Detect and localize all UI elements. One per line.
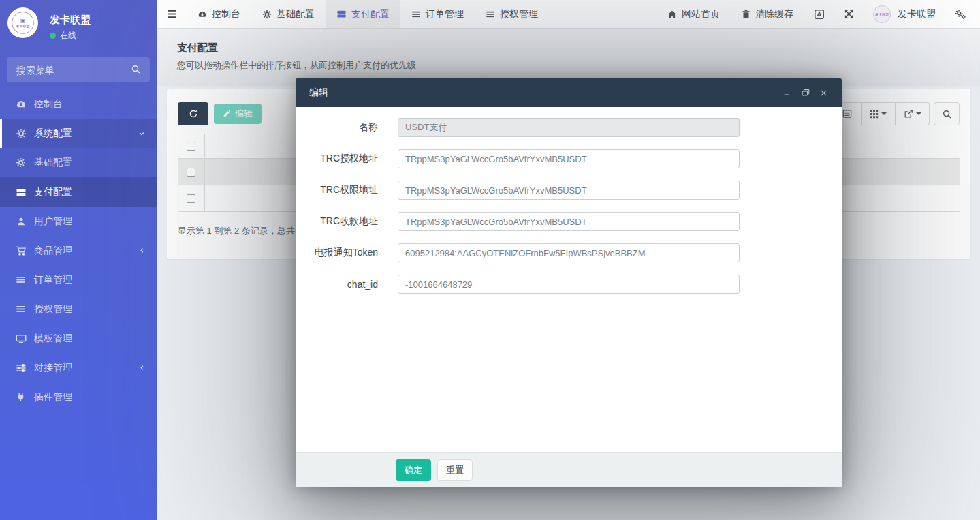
- dialog-header[interactable]: 编辑: [296, 78, 842, 107]
- nav-tab-orders[interactable]: 订单管理: [400, 0, 475, 28]
- gears-icon: [955, 9, 966, 20]
- search-icon: [942, 109, 952, 119]
- sidebar-item-integrations[interactable]: 对接管理: [0, 353, 157, 382]
- sidebar-item-templates[interactable]: 模板管理: [0, 324, 157, 353]
- cart-icon: [15, 245, 27, 256]
- nav-tab-label: 支付配置: [351, 8, 390, 20]
- nav-language-button[interactable]: [804, 0, 834, 28]
- form-row-trc-receive-address: TRC收款地址: [296, 212, 842, 231]
- trc-permission-address-field[interactable]: [398, 181, 740, 200]
- export-dropdown-button[interactable]: [896, 102, 930, 125]
- minimize-icon[interactable]: [783, 88, 792, 97]
- refresh-icon: [189, 109, 198, 119]
- card-icon: [15, 187, 27, 198]
- hamburger-menu-icon[interactable]: [157, 0, 187, 28]
- name-field: [398, 118, 740, 137]
- sidebar-search: [7, 57, 150, 82]
- sidebar-item-label: 支付配置: [34, 186, 72, 198]
- form-row-name: 名称: [296, 118, 842, 137]
- chat-id-field[interactable]: [398, 275, 740, 294]
- menu-search-input[interactable]: [7, 57, 150, 82]
- list-icon: [15, 275, 27, 285]
- dialog-title: 编辑: [309, 87, 328, 99]
- edit-dialog: 编辑 名称 TRC授权地址 TRC权限地址 TRC收款地址 电报通知Token: [296, 78, 842, 487]
- logo-text: 发卡联盟: [16, 24, 30, 28]
- sidebar-item-label: 插件管理: [34, 391, 72, 403]
- dialog-footer: 确定 重置: [296, 452, 842, 487]
- sidebar-item-orders[interactable]: 订单管理: [0, 265, 157, 294]
- chevron-down-icon: [138, 129, 146, 138]
- form-row-trc-permission-address: TRC权限地址: [296, 181, 842, 200]
- select-all-checkbox[interactable]: [187, 142, 195, 151]
- page-subtitle: 您可以拖动操作栏中的排序按钮，从而控制用户支付的优先级: [177, 59, 960, 72]
- brand-header: ▣ 发卡联盟 发卡联盟 在线: [0, 0, 157, 49]
- edit-button-label: 编辑: [235, 108, 253, 120]
- close-icon[interactable]: [819, 89, 828, 97]
- sidebar-menu: 控制台 系统配置 基础配置 支付配置 用户管理 商品管理 订单管理: [0, 89, 157, 412]
- sidebar-item-plugins[interactable]: 插件管理: [0, 382, 157, 412]
- form-row-trc-auth-address: TRC授权地址: [296, 149, 842, 168]
- sidebar-item-label: 模板管理: [34, 333, 72, 345]
- sidebar-item-system-config[interactable]: 系统配置: [0, 119, 157, 148]
- expand-arrows-icon: [844, 9, 854, 19]
- caret-down-icon: [916, 112, 921, 115]
- row-checkbox[interactable]: [187, 168, 195, 177]
- navbar-right: 网站首页 清除缓存 发卡联盟 发卡联盟: [657, 0, 980, 28]
- sidebar-item-products[interactable]: 商品管理: [0, 236, 157, 265]
- columns-grid-icon: [870, 110, 879, 119]
- nav-tab-payment-config[interactable]: 支付配置: [326, 0, 400, 28]
- trash-icon: [742, 10, 750, 19]
- field-label: chat_id: [296, 279, 378, 290]
- online-dot-icon: [50, 33, 56, 39]
- form-row-chat-id: chat_id: [296, 275, 842, 294]
- nav-home-link[interactable]: 网站首页: [657, 0, 731, 28]
- table-search-button[interactable]: [934, 102, 960, 125]
- nav-tab-label: 订单管理: [426, 8, 464, 20]
- nav-clear-cache[interactable]: 清除缓存: [731, 0, 804, 28]
- dialog-body: 名称 TRC授权地址 TRC权限地址 TRC收款地址 电报通知Token cha…: [296, 107, 842, 452]
- form-row-telegram-token: 电报通知Token: [296, 243, 842, 262]
- sidebar-item-basic-config[interactable]: 基础配置: [0, 148, 157, 177]
- row-checkbox[interactable]: [187, 194, 195, 203]
- field-label: 电报通知Token: [296, 247, 378, 259]
- brand-logo[interactable]: ▣ 发卡联盟: [7, 7, 38, 38]
- telegram-token-field[interactable]: [398, 243, 740, 262]
- sidebar-item-authorizations[interactable]: 授权管理: [0, 294, 157, 324]
- online-status: 在线: [50, 30, 76, 42]
- maximize-icon[interactable]: [801, 88, 810, 97]
- nav-fullscreen-button[interactable]: [834, 0, 864, 28]
- user-icon: [15, 217, 27, 226]
- reset-button[interactable]: 重置: [437, 459, 473, 481]
- columns-dropdown-button[interactable]: [862, 102, 896, 125]
- pencil-icon: [223, 110, 231, 118]
- tv-icon: [15, 333, 27, 344]
- trc-receive-address-field[interactable]: [398, 212, 740, 231]
- pagination-info: 显示第 1 到第 2 条记录，总共: [178, 225, 295, 237]
- sidebar-item-dashboard[interactable]: 控制台: [0, 89, 157, 119]
- sidebar-item-label: 订单管理: [34, 274, 72, 286]
- chevron-left-icon: [138, 247, 146, 254]
- nav-tab-authorizations[interactable]: 授权管理: [475, 0, 549, 28]
- sidebar-item-label: 授权管理: [34, 303, 72, 316]
- card-icon: [336, 9, 347, 19]
- nav-tab-dashboard[interactable]: 控制台: [187, 0, 251, 28]
- nav-settings-button[interactable]: [945, 0, 976, 28]
- gauge-icon: [197, 10, 207, 19]
- field-label: 名称: [296, 121, 378, 134]
- table-view-buttons: [833, 102, 930, 125]
- sidebar-item-label: 基础配置: [34, 157, 72, 169]
- sidebar-item-label: 用户管理: [34, 215, 72, 228]
- nav-home-label: 网站首页: [682, 8, 720, 20]
- edit-button[interactable]: 编辑: [214, 104, 262, 124]
- sidebar-item-payment-config[interactable]: 支付配置: [0, 177, 157, 207]
- search-icon: [131, 64, 141, 74]
- nav-user-menu[interactable]: 发卡联盟 发卡联盟: [864, 0, 945, 28]
- sidebar-item-users[interactable]: 用户管理: [0, 207, 157, 236]
- list-icon: [411, 10, 421, 19]
- trc-auth-address-field[interactable]: [398, 149, 740, 168]
- confirm-button[interactable]: 确定: [396, 459, 431, 481]
- nav-tab-basic-config[interactable]: 基础配置: [251, 0, 326, 28]
- gear-icon: [15, 157, 27, 168]
- refresh-button[interactable]: [178, 102, 208, 125]
- avatar-text: 发卡联盟: [875, 12, 889, 16]
